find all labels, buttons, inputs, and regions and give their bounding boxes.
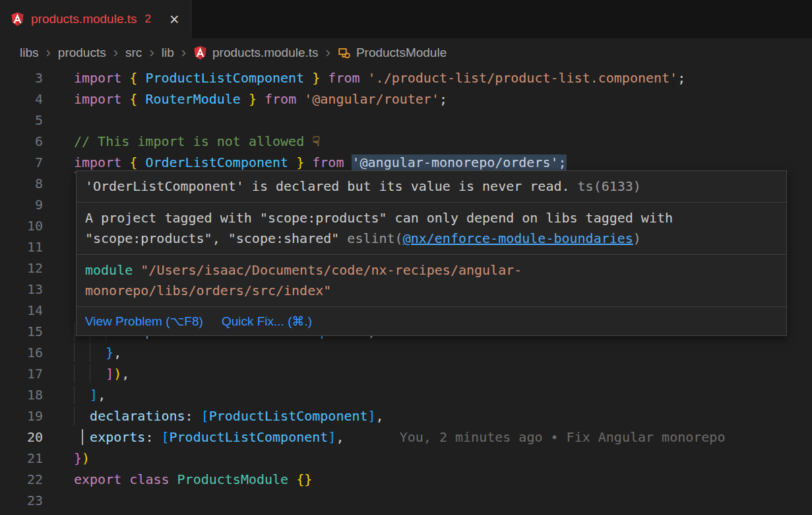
line-number: 13 bbox=[0, 279, 57, 300]
line-content: }, bbox=[57, 342, 812, 363]
line-number: 12 bbox=[0, 258, 57, 279]
chevron-right-icon: › bbox=[181, 46, 186, 60]
editor: 3import { ProductListComponent } from '.… bbox=[0, 67, 812, 511]
chevron-right-icon: › bbox=[149, 46, 154, 60]
chevron-right-icon: › bbox=[113, 46, 118, 60]
code-token: import bbox=[74, 91, 129, 107]
code-token: eslint( bbox=[347, 230, 402, 246]
code-token: '@angular-monorepo/orders'; bbox=[352, 154, 566, 170]
code-token bbox=[74, 387, 90, 403]
code-line-18[interactable]: 18 ], bbox=[0, 384, 812, 405]
angular-icon bbox=[193, 46, 207, 60]
line-number: 20 bbox=[0, 427, 57, 448]
code-token: A project tagged with "scope:products" c… bbox=[85, 210, 673, 226]
indent-guide bbox=[74, 343, 75, 362]
indent-guide bbox=[74, 364, 75, 383]
breadcrumb-item-products[interactable]: products bbox=[58, 46, 106, 60]
code-token: ] bbox=[328, 429, 336, 445]
code-line-4[interactable]: 4import { RouterModule } from '@angular/… bbox=[0, 88, 812, 110]
close-icon[interactable]: × bbox=[170, 11, 179, 28]
code-token: , bbox=[336, 429, 344, 445]
tab-products-module[interactable]: products.module.ts 2 × bbox=[0, 0, 192, 38]
code-line-5[interactable]: 5 bbox=[0, 110, 812, 131]
line-number: 17 bbox=[0, 363, 57, 384]
tab-title: products.module.ts bbox=[31, 12, 137, 26]
tab-bar: products.module.ts 2 × bbox=[0, 0, 812, 38]
code-token: ) bbox=[633, 230, 641, 246]
indent-guide bbox=[90, 343, 90, 362]
code-token bbox=[121, 471, 129, 487]
code-token: './product-list/product-list.component' bbox=[368, 70, 678, 86]
code-token bbox=[288, 471, 296, 487]
code-token: '@angular/router' bbox=[304, 91, 439, 107]
breadcrumb: libs›products›src›lib›products.module.ts… bbox=[0, 38, 812, 67]
view-problem-action[interactable]: View Problem (⌥F8) bbox=[85, 314, 203, 329]
quick-fix-action[interactable]: Quick Fix... (⌘.) bbox=[222, 314, 312, 329]
code-token: "scope:products", "scope:shared" bbox=[85, 230, 347, 246]
indent-guide bbox=[90, 364, 90, 383]
code-token: 'OrderListComponent' is declared but its… bbox=[85, 178, 570, 194]
breadcrumb-item-productsmodule[interactable]: ProductsModule bbox=[338, 46, 447, 60]
code-token: from bbox=[257, 91, 304, 107]
empty-tab-strip bbox=[192, 0, 812, 38]
code-token: } bbox=[74, 450, 82, 466]
code-token: RouterModule bbox=[137, 91, 249, 107]
code-line-19[interactable]: 19 declarations: [ProductListComponent], bbox=[0, 405, 812, 427]
code-token bbox=[74, 408, 90, 424]
code-token: [ bbox=[201, 408, 209, 424]
hover-sections: 'OrderListComponent' is declared but its… bbox=[77, 171, 786, 307]
indent-guide bbox=[74, 407, 75, 425]
code-line-20[interactable]: 20 exports: [ProductListComponent],You, … bbox=[0, 427, 812, 448]
hover-section-eslint-diagnostic: A project tagged with "scope:products" c… bbox=[77, 203, 786, 255]
hover-actions: View Problem (⌥F8)Quick Fix... (⌘.) bbox=[77, 307, 786, 335]
code-token: OrderListComponent bbox=[137, 154, 296, 170]
hover-line: A project tagged with "scope:products" c… bbox=[85, 208, 778, 228]
code-line-17[interactable]: 17 ]), bbox=[0, 363, 812, 384]
chevron-right-icon: › bbox=[46, 46, 51, 60]
line-content: declarations: [ProductListComponent], bbox=[57, 405, 812, 427]
text-cursor bbox=[82, 429, 83, 445]
code-line-21[interactable]: 21}) bbox=[0, 448, 812, 469]
breadcrumb-label: lib bbox=[162, 46, 174, 60]
code-line-22[interactable]: 22export class ProductsModule {} bbox=[0, 469, 812, 490]
hover-line: module "/Users/isaac/Documents/code/nx-r… bbox=[85, 260, 778, 281]
code-token: ProductListComponent bbox=[170, 429, 328, 445]
git-blame-annotation: You, 2 minutes ago • Fix Angular monorep… bbox=[344, 429, 725, 445]
code-line-23[interactable]: 23 bbox=[0, 490, 812, 511]
code-token: } bbox=[106, 345, 113, 360]
code-token: ] bbox=[368, 408, 376, 424]
line-content: // This import is not allowed ☟ bbox=[57, 131, 812, 152]
code-token: } bbox=[312, 70, 320, 86]
code-token: export bbox=[74, 471, 121, 487]
nx-rule-link[interactable]: @nx/enforce-module-boundaries bbox=[403, 230, 633, 246]
code-token: // This import is not allowed bbox=[74, 133, 312, 149]
breadcrumb-item-src[interactable]: src bbox=[125, 46, 142, 60]
breadcrumb-item-lib[interactable]: lib bbox=[162, 46, 174, 60]
code-token: ProductListComponent bbox=[209, 408, 368, 424]
code-token: {} bbox=[296, 471, 312, 487]
chevron-right-icon: › bbox=[326, 46, 330, 60]
code-token: ; bbox=[677, 70, 685, 86]
code-token: { bbox=[129, 70, 137, 86]
code-token: } bbox=[296, 154, 304, 170]
line-number: 22 bbox=[0, 469, 57, 490]
code-token bbox=[170, 471, 177, 487]
code-line-6[interactable]: 6// This import is not allowed ☟ bbox=[0, 131, 812, 152]
code-line-3[interactable]: 3import { ProductListComponent } from '.… bbox=[0, 67, 812, 88]
line-content bbox=[57, 490, 812, 511]
code-token: from bbox=[304, 154, 352, 170]
code-line-16[interactable]: 16 }, bbox=[0, 342, 812, 363]
line-number: 16 bbox=[0, 342, 57, 363]
breadcrumb-label: products.module.ts bbox=[212, 46, 319, 60]
breadcrumb-label: ProductsModule bbox=[356, 46, 447, 60]
line-content: ]), bbox=[57, 363, 812, 384]
code-token: ) bbox=[82, 450, 90, 466]
hover-popup: 'OrderListComponent' is declared but its… bbox=[76, 170, 787, 336]
line-content: exports: [ProductListComponent],You, 2 m… bbox=[57, 427, 812, 448]
breadcrumb-item-libs[interactable]: libs bbox=[20, 46, 39, 60]
code-token: ts(6133) bbox=[570, 178, 641, 194]
breadcrumb-item-products-module-ts[interactable]: products.module.ts bbox=[193, 46, 319, 60]
code-token: : bbox=[145, 429, 161, 445]
code-token: "/Users/isaac/Documents/code/nx-recipes/… bbox=[141, 262, 522, 278]
code-token: import bbox=[74, 154, 129, 170]
